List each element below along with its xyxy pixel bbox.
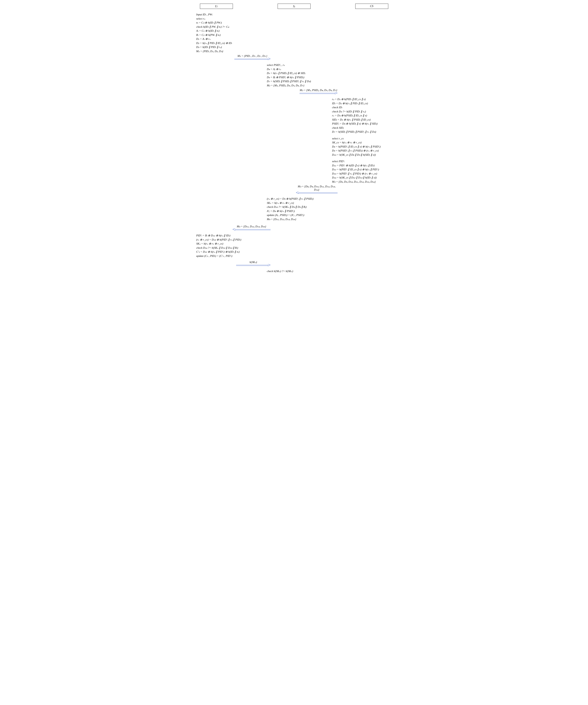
protocol-line: D₁₀ = h(SK_cs ∥ D₈ ∥ D₉ ∥ h(SIDⱼ ∥ x)) <box>332 153 401 157</box>
arrow-m4-label: M₄ = {D₁₁, D₁₂, D₁₃, D₁₄} <box>232 225 271 228</box>
cs-recv-m2-block-b: select r_csSK_cs = h(rᵤ ⊕ rₛ ⊕ r_cs)D₈ =… <box>332 137 401 157</box>
protocol-line: M₂ = {M₁, PSIDⱼ, D₄, D₅, D₆, D₇} <box>267 84 336 88</box>
header-ui: Uᵢ <box>200 4 233 9</box>
cs-recv-m2-block-a: rᵤ = D₁ ⊕ h(PIDᵢ ∥ ID_cs ∥ x)IDᵢ = D₂ ⊕ … <box>332 97 401 134</box>
protocol-line: select PID′ᵢ <box>332 159 401 163</box>
arrow-m3 <box>296 192 337 194</box>
protocol-line: M₄ = {D₁₁, D₁₂, D₁₃, D₁₄} <box>267 217 336 221</box>
protocol-line: M₃ = {D₈, D₉, D₁₀, D₁₁, D₁₂, D₁₃, D₁₄} <box>332 180 401 184</box>
protocol-line: check D₁₄ ?= h(SKᵤ ∥ D₁₂ ∥ D₁₃ ∥ Bᵢ) <box>196 246 265 250</box>
protocol-line: check h(IDᵢ ∥ PWᵢ ∥ nᵢ) ?= C₄ <box>196 25 265 29</box>
protocol-line: SIDⱼ = D₅ ⊕ h(rₛ ∥ PSIDⱼ ∥ ID_cs) <box>332 117 401 122</box>
protocol-line: D₉ = h(PSID′ⱼ ∥ rₛ ∥ PSIDⱼ) ⊕ (rᵤ ⊕ r_cs… <box>332 149 401 153</box>
sj-recv-m3-block: (rᵤ ⊕ r_cs) = D₉ ⊕ h(PSID′ⱼ ∥ rₛ ∥ PSIDⱼ… <box>267 197 336 221</box>
sj-recv-m1-block: select PSID′ⱼ , rₛD₄ = Aⱼ ⊕ rₛD₅ = h(rₛ … <box>267 63 336 87</box>
protocol-line: check D₁₀ ?= h(SKₛ ∥ D₈ ∥ D₉ ∥ Bⱼ) <box>267 205 336 209</box>
protocol-line: D₆ = Bⱼ ⊕ PSID′ⱼ ⊕ h(rₛ ∥ PSIDⱼ) <box>267 75 336 80</box>
protocol-line: Aᵢ = C₁ ⊕ h(IDᵢ ∥ nᵢ) <box>196 29 265 33</box>
header-cs: CS <box>355 4 388 9</box>
protocol-line: D₁₁ = PID′ᵢ ⊕ h(IDᵢ ∥ x) ⊕ h(rᵤ ∥ IDᵢ) <box>332 163 401 168</box>
protocol-line: Input IDᵢ , PWᵢ <box>196 12 265 17</box>
protocol-line: select rᵤ <box>196 17 265 21</box>
protocol-line: D₁₂ = h(PID′ᵢ ∥ ID_cs ∥ x) ⊕ h(rᵤ ∥ PID′… <box>332 168 401 172</box>
protocol-line: D₂ = h(rᵤ ∥ PIDᵢ ∥ ID_cs) ⊕ IDᵢ <box>196 41 265 45</box>
arrow-m2 <box>300 92 337 95</box>
protocol-line: A′ⱼ = D₈ ⊕ h(rₛ ∥ PSID′ⱼ) <box>267 209 336 213</box>
protocol-line: D₇ = h(SIDⱼ ∥ PSIDⱼ ∥ PSID′ⱼ ∥ rₛ ∥ D₆) <box>267 79 336 84</box>
cs-recv-m2-block-c: select PID′ᵢD₁₁ = PID′ᵢ ⊕ h(IDᵢ ∥ x) ⊕ h… <box>332 159 401 184</box>
protocol-line: check IDᵢ <box>332 105 401 109</box>
sj-final-block: check h(SKᵤ) ?= h(SKₛ) <box>267 269 336 273</box>
protocol-line: rₛ = D₄ ⊕ h(PSIDⱼ ∥ ID_cs ∥ x) <box>332 113 401 117</box>
arrow-hsku-label: h(SKᵤ) <box>236 261 271 264</box>
protocol-line: Bᵢ = C₂ ⊕ h(PWᵢ ∥ nᵢ) <box>196 33 265 37</box>
protocol-line: D₇ = h(SIDⱼ ∥ PSIDⱼ ∥ PSID′ⱼ ∥ rₛ ∥ D₆) <box>332 130 401 134</box>
protocol-line: (rₛ ⊕ r_cs) = D₁₃ ⊕ h(PID′ᵢ ∥ rᵤ ∥ PIDᵢ) <box>196 238 265 242</box>
protocol-line: update (C₁ , PIDᵢ) = (C′₁ , PID′ᵢ) <box>196 254 265 258</box>
protocol-line: M₁ = {PIDᵢ, D₁, D₂, D₃} <box>196 49 265 53</box>
protocol-line: select PSID′ⱼ , rₛ <box>267 63 336 67</box>
protocol-line: D₃ = h(IDᵢ ∥ PIDᵢ ∥ rᵤ) <box>196 45 265 49</box>
protocol-line: D₈ = h(PSID′ⱼ ∥ ID_cs ∥ x) ⊕ h(rₛ ∥ PSID… <box>332 145 401 149</box>
protocol-line: SKᵤ = h(rᵤ ⊕ rₛ ⊕ r_cs) <box>196 242 265 246</box>
protocol-line: SKₛ = h(rᵤ ⊕ rₛ ⊕ r_cs) <box>267 201 336 205</box>
protocol-line: PID′ᵢ = Bᵢ ⊕ D₁₁ ⊕ h(rᵤ ∥ IDᵢ) <box>196 234 265 238</box>
protocol-line: PSID′ⱼ = D₆ ⊕ h(SIDⱼ ∥ x) ⊕ h(rₛ ∥ SIDⱼ) <box>332 122 401 126</box>
arrow-m1-label: M₁ = {PIDᵢ , D₁ , D₂ , D₃ } <box>234 54 271 57</box>
protocol-line: (rᵤ ⊕ r_cs) = D₉ ⊕ h(PSID′ⱼ ∥ rₛ ∥ PSIDⱼ… <box>267 197 336 201</box>
protocol-line: IDᵢ = D₂ ⊕ h(rᵤ ∥ PIDᵢ ∥ ID_cs) <box>332 101 401 105</box>
protocol-line: SK_cs = h(rᵤ ⊕ rₛ ⊕ r_cs) <box>332 140 401 145</box>
protocol-line: D₅ = h(rₛ ∥ PSIDⱼ ∥ ID_cs) ⊕ SIDⱼ <box>267 71 336 75</box>
protocol-line: nᵢ = C₃ ⊕ h(IDᵢ ∥ PWᵢ) <box>196 20 265 25</box>
protocol-line: check h(SKᵤ) ?= h(SKₛ) <box>267 269 336 273</box>
arrow-m2-label: M₂ = {M₁, PSIDⱼ, D₄, D₅, D₆, D₇} <box>300 89 337 92</box>
protocol-line: check SIDⱼ <box>332 126 401 130</box>
arrow-hsku <box>236 264 271 267</box>
ui-initial-block: Input IDᵢ , PWᵢselect rᵤnᵢ = C₃ ⊕ h(IDᵢ … <box>196 12 265 53</box>
header-sj: Sⱼ <box>278 4 311 9</box>
protocol-line: D₁₄ = h(SK_cs ∥ D₁₂ ∥ D₁₃ ∥ h(IDᵢ ∥ x)) <box>332 176 401 180</box>
protocol-line: D₁ = Aᵢ ⊕ rᵤ <box>196 37 265 41</box>
protocol-line: rᵤ = D₁ ⊕ h(PIDᵢ ∥ ID_cs ∥ x) <box>332 97 401 101</box>
protocol-line: D₄ = Aⱼ ⊕ rₛ <box>267 67 336 71</box>
protocol-line: select r_cs <box>332 137 401 141</box>
arrow-m1 <box>234 58 271 60</box>
protocol-line: D₁₃ = h(PID′ᵢ ∥ rᵤ ∥ PIDᵢ) ⊕ (rₛ ⊕ r_cs) <box>332 172 401 176</box>
arrow-m4 <box>232 228 271 231</box>
protocol-line: check D₃ ?= h(IDᵢ ∥ PIDᵢ ∥ rᵤ) <box>332 109 401 114</box>
arrow-m3-label: M₃ = {D₈, D₉, D₁₀, D₁₁, D₁₂, D₁₃, D₁₄} <box>296 185 337 191</box>
ui-recv-m4-block: PID′ᵢ = Bᵢ ⊕ D₁₁ ⊕ h(rᵤ ∥ IDᵢ)(rₛ ⊕ r_cs… <box>196 234 265 258</box>
protocol-line: C′₁ = D₁₂ ⊕ h(rᵤ ∥ PID′ᵢ) ⊕ h(IDᵢ ∥ nᵢ) <box>196 250 265 254</box>
protocol-line: update (Aⱼ , PSIDⱼ) = (A′ⱼ , PSID′ⱼ) <box>267 213 336 217</box>
